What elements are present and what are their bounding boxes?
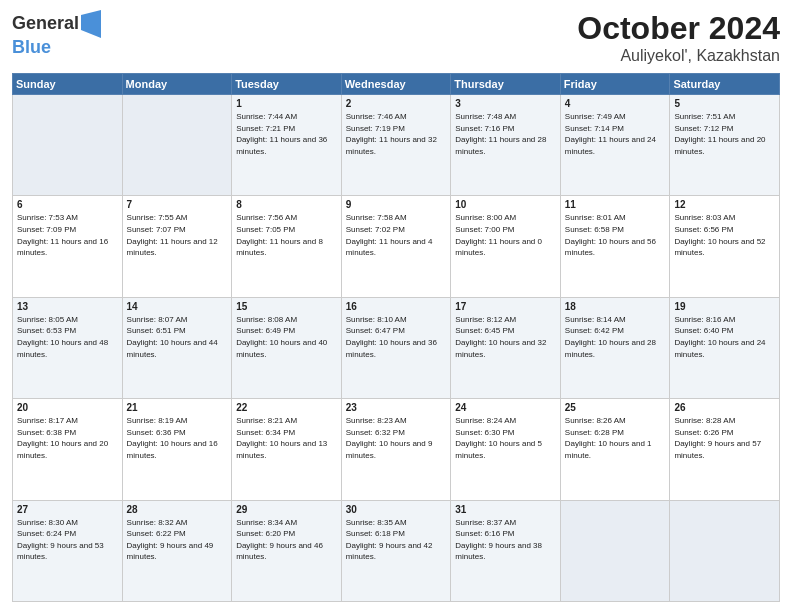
table-row: 5Sunrise: 7:51 AMSunset: 7:12 PMDaylight… <box>670 95 780 196</box>
day-number: 25 <box>565 402 666 413</box>
day-info: Sunrise: 8:21 AMSunset: 6:34 PMDaylight:… <box>236 415 337 461</box>
day-number: 11 <box>565 199 666 210</box>
header-friday: Friday <box>560 74 670 95</box>
table-row: 20Sunrise: 8:17 AMSunset: 6:38 PMDayligh… <box>13 399 123 500</box>
calendar-week-row: 6Sunrise: 7:53 AMSunset: 7:09 PMDaylight… <box>13 196 780 297</box>
day-number: 2 <box>346 98 447 109</box>
day-info: Sunrise: 8:28 AMSunset: 6:26 PMDaylight:… <box>674 415 775 461</box>
table-row: 21Sunrise: 8:19 AMSunset: 6:36 PMDayligh… <box>122 399 232 500</box>
table-row: 15Sunrise: 8:08 AMSunset: 6:49 PMDayligh… <box>232 297 342 398</box>
table-row: 12Sunrise: 8:03 AMSunset: 6:56 PMDayligh… <box>670 196 780 297</box>
day-number: 31 <box>455 504 556 515</box>
day-info: Sunrise: 8:03 AMSunset: 6:56 PMDaylight:… <box>674 212 775 258</box>
header-saturday: Saturday <box>670 74 780 95</box>
table-row: 31Sunrise: 8:37 AMSunset: 6:16 PMDayligh… <box>451 500 561 601</box>
table-row: 17Sunrise: 8:12 AMSunset: 6:45 PMDayligh… <box>451 297 561 398</box>
header-monday: Monday <box>122 74 232 95</box>
day-info: Sunrise: 7:58 AMSunset: 7:02 PMDaylight:… <box>346 212 447 258</box>
table-row <box>560 500 670 601</box>
day-number: 18 <box>565 301 666 312</box>
day-info: Sunrise: 7:55 AMSunset: 7:07 PMDaylight:… <box>127 212 228 258</box>
calendar-week-row: 1Sunrise: 7:44 AMSunset: 7:21 PMDaylight… <box>13 95 780 196</box>
header: General Blue October 2024 Auliyekol', Ka… <box>12 10 780 65</box>
day-number: 23 <box>346 402 447 413</box>
day-number: 8 <box>236 199 337 210</box>
day-number: 27 <box>17 504 118 515</box>
table-row <box>670 500 780 601</box>
table-row: 13Sunrise: 8:05 AMSunset: 6:53 PMDayligh… <box>13 297 123 398</box>
day-number: 20 <box>17 402 118 413</box>
day-info: Sunrise: 7:44 AMSunset: 7:21 PMDaylight:… <box>236 111 337 157</box>
page: General Blue October 2024 Auliyekol', Ka… <box>0 0 792 612</box>
day-info: Sunrise: 8:30 AMSunset: 6:24 PMDaylight:… <box>17 517 118 563</box>
day-number: 12 <box>674 199 775 210</box>
table-row: 1Sunrise: 7:44 AMSunset: 7:21 PMDaylight… <box>232 95 342 196</box>
day-info: Sunrise: 8:12 AMSunset: 6:45 PMDaylight:… <box>455 314 556 360</box>
day-info: Sunrise: 8:37 AMSunset: 6:16 PMDaylight:… <box>455 517 556 563</box>
day-number: 3 <box>455 98 556 109</box>
day-number: 5 <box>674 98 775 109</box>
header-sunday: Sunday <box>13 74 123 95</box>
day-info: Sunrise: 7:46 AMSunset: 7:19 PMDaylight:… <box>346 111 447 157</box>
table-row: 27Sunrise: 8:30 AMSunset: 6:24 PMDayligh… <box>13 500 123 601</box>
day-info: Sunrise: 8:10 AMSunset: 6:47 PMDaylight:… <box>346 314 447 360</box>
day-number: 6 <box>17 199 118 210</box>
calendar-header-row: Sunday Monday Tuesday Wednesday Thursday… <box>13 74 780 95</box>
table-row: 19Sunrise: 8:16 AMSunset: 6:40 PMDayligh… <box>670 297 780 398</box>
table-row: 3Sunrise: 7:48 AMSunset: 7:16 PMDaylight… <box>451 95 561 196</box>
table-row: 22Sunrise: 8:21 AMSunset: 6:34 PMDayligh… <box>232 399 342 500</box>
day-info: Sunrise: 8:19 AMSunset: 6:36 PMDaylight:… <box>127 415 228 461</box>
table-row: 9Sunrise: 7:58 AMSunset: 7:02 PMDaylight… <box>341 196 451 297</box>
day-info: Sunrise: 8:14 AMSunset: 6:42 PMDaylight:… <box>565 314 666 360</box>
day-number: 14 <box>127 301 228 312</box>
day-number: 21 <box>127 402 228 413</box>
day-info: Sunrise: 8:24 AMSunset: 6:30 PMDaylight:… <box>455 415 556 461</box>
title-month: October 2024 <box>577 10 780 47</box>
table-row: 16Sunrise: 8:10 AMSunset: 6:47 PMDayligh… <box>341 297 451 398</box>
day-number: 10 <box>455 199 556 210</box>
calendar-week-row: 13Sunrise: 8:05 AMSunset: 6:53 PMDayligh… <box>13 297 780 398</box>
day-info: Sunrise: 8:32 AMSunset: 6:22 PMDaylight:… <box>127 517 228 563</box>
day-info: Sunrise: 8:26 AMSunset: 6:28 PMDaylight:… <box>565 415 666 461</box>
day-info: Sunrise: 8:01 AMSunset: 6:58 PMDaylight:… <box>565 212 666 258</box>
table-row: 6Sunrise: 7:53 AMSunset: 7:09 PMDaylight… <box>13 196 123 297</box>
day-info: Sunrise: 8:08 AMSunset: 6:49 PMDaylight:… <box>236 314 337 360</box>
day-info: Sunrise: 8:35 AMSunset: 6:18 PMDaylight:… <box>346 517 447 563</box>
day-info: Sunrise: 8:07 AMSunset: 6:51 PMDaylight:… <box>127 314 228 360</box>
day-number: 16 <box>346 301 447 312</box>
day-info: Sunrise: 7:49 AMSunset: 7:14 PMDaylight:… <box>565 111 666 157</box>
table-row: 7Sunrise: 7:55 AMSunset: 7:07 PMDaylight… <box>122 196 232 297</box>
day-info: Sunrise: 7:48 AMSunset: 7:16 PMDaylight:… <box>455 111 556 157</box>
table-row: 2Sunrise: 7:46 AMSunset: 7:19 PMDaylight… <box>341 95 451 196</box>
table-row: 18Sunrise: 8:14 AMSunset: 6:42 PMDayligh… <box>560 297 670 398</box>
day-number: 24 <box>455 402 556 413</box>
day-info: Sunrise: 8:16 AMSunset: 6:40 PMDaylight:… <box>674 314 775 360</box>
day-info: Sunrise: 7:51 AMSunset: 7:12 PMDaylight:… <box>674 111 775 157</box>
table-row <box>13 95 123 196</box>
table-row <box>122 95 232 196</box>
title-block: October 2024 Auliyekol', Kazakhstan <box>577 10 780 65</box>
calendar-week-row: 27Sunrise: 8:30 AMSunset: 6:24 PMDayligh… <box>13 500 780 601</box>
logo: General Blue <box>12 10 101 58</box>
day-info: Sunrise: 8:23 AMSunset: 6:32 PMDaylight:… <box>346 415 447 461</box>
day-info: Sunrise: 8:05 AMSunset: 6:53 PMDaylight:… <box>17 314 118 360</box>
logo-icon <box>81 10 101 38</box>
svg-marker-0 <box>81 10 101 38</box>
header-tuesday: Tuesday <box>232 74 342 95</box>
day-number: 13 <box>17 301 118 312</box>
logo-general-text: General <box>12 14 79 34</box>
day-number: 7 <box>127 199 228 210</box>
day-number: 22 <box>236 402 337 413</box>
day-number: 19 <box>674 301 775 312</box>
logo-blue-text: Blue <box>12 38 101 58</box>
day-number: 4 <box>565 98 666 109</box>
header-wednesday: Wednesday <box>341 74 451 95</box>
table-row: 26Sunrise: 8:28 AMSunset: 6:26 PMDayligh… <box>670 399 780 500</box>
table-row: 30Sunrise: 8:35 AMSunset: 6:18 PMDayligh… <box>341 500 451 601</box>
day-number: 1 <box>236 98 337 109</box>
day-number: 26 <box>674 402 775 413</box>
day-number: 29 <box>236 504 337 515</box>
header-thursday: Thursday <box>451 74 561 95</box>
day-info: Sunrise: 8:00 AMSunset: 7:00 PMDaylight:… <box>455 212 556 258</box>
table-row: 4Sunrise: 7:49 AMSunset: 7:14 PMDaylight… <box>560 95 670 196</box>
